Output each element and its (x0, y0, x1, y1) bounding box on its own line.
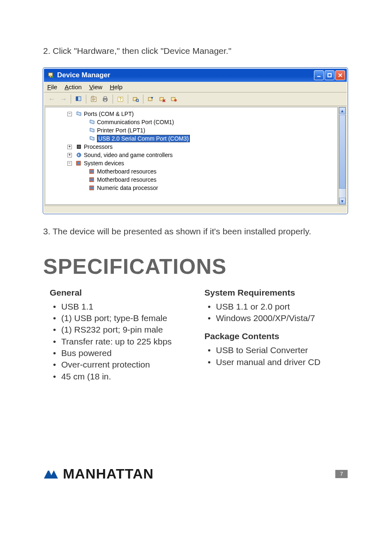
list-item: Windows 2000/XP/Vista/7 (216, 312, 348, 324)
tree-label: Motherboard resources (97, 168, 157, 175)
minimize-button[interactable] (314, 70, 324, 80)
properties-icon[interactable] (88, 94, 99, 104)
tree-node-mb1[interactable]: Motherboard resources (47, 167, 336, 176)
toolbar-separator (143, 95, 143, 104)
list-item: Over-current protection (61, 359, 193, 370)
maximize-button[interactable] (325, 70, 334, 80)
scroll-track[interactable] (339, 114, 346, 198)
list-item: User manual and driver CD (216, 356, 348, 368)
system-device-icon (76, 160, 82, 166)
heading-specifications: specifications (43, 254, 348, 279)
tree-node-com1[interactable]: Communications Port (COM1) (47, 118, 336, 126)
tree-node-sound[interactable]: + Sound, video and game controllers (47, 151, 336, 159)
svg-rect-29 (90, 178, 93, 181)
instruction-step-3: 3. The device will be presented as shown… (43, 225, 348, 237)
svg-rect-6 (76, 97, 78, 101)
scan-hardware-icon[interactable] (130, 94, 141, 104)
titlebar[interactable]: Device Manager (44, 69, 347, 82)
svg-rect-0 (48, 73, 53, 76)
port-icon (89, 135, 95, 142)
list-item: (1) USB port; type-B female (61, 312, 193, 324)
tree-label: Communications Port (COM1) (97, 119, 174, 125)
toolbar-separator (113, 95, 113, 104)
instruction-step-2: 2. Click "Hardware," then click "Device … (43, 45, 348, 56)
expand-icon[interactable]: + (67, 145, 72, 149)
forward-button[interactable]: → (58, 94, 69, 104)
svg-rect-3 (317, 76, 321, 77)
brand-mark-icon (43, 468, 61, 480)
svg-text:?: ? (119, 97, 122, 102)
page-number: 7 (335, 470, 348, 478)
toolbar-separator (128, 95, 128, 104)
close-button[interactable] (335, 70, 345, 80)
port-icon (89, 119, 95, 125)
tree-node-ports[interactable]: − Ports (COM & LPT) (47, 110, 336, 118)
tree-node-ndp[interactable]: Numeric data processor (47, 184, 336, 192)
brand-name: MANHATTAN (63, 466, 154, 482)
print-icon[interactable] (100, 94, 111, 104)
collapse-icon[interactable]: − (67, 161, 72, 166)
brand-logo: MANHATTAN (43, 466, 154, 482)
vertical-scrollbar[interactable]: ▲ ▼ (339, 107, 346, 205)
svg-rect-27 (90, 170, 93, 173)
collapse-icon[interactable]: − (67, 112, 72, 116)
list-item: USB 1.1 (61, 301, 193, 312)
svg-rect-8 (92, 96, 94, 97)
processor-icon (76, 143, 82, 150)
sound-icon (76, 152, 82, 158)
list-item: Bus powered (61, 347, 193, 359)
update-driver-icon[interactable] (168, 94, 179, 104)
tree-node-lpt1[interactable]: Printer Port (LPT1) (47, 126, 336, 134)
list-item: (1) RS232 port; 9-pin male (61, 324, 193, 335)
device-tree[interactable]: − Ports (COM & LPT) Communications Port … (45, 107, 338, 205)
tree-label: Processors (84, 143, 113, 150)
help-icon[interactable]: ? (115, 94, 126, 104)
scroll-down-icon[interactable]: ▼ (339, 198, 346, 204)
general-list: USB 1.1 (1) USB port; type-B female (1) … (50, 301, 193, 382)
list-item: USB to Serial Converter (216, 345, 348, 356)
toolbar: ← → ? (44, 92, 347, 106)
svg-rect-10 (104, 97, 106, 98)
heading-package-contents: Package Contents (205, 331, 348, 341)
uninstall-icon[interactable] (145, 94, 156, 104)
svg-point-20 (174, 99, 177, 102)
disable-icon[interactable] (157, 94, 168, 104)
menubar: File Action View Help (44, 82, 347, 92)
list-item: Transfer rate: up to 225 kbps (61, 336, 193, 347)
tree-label: Sound, video and game controllers (84, 152, 173, 158)
back-button[interactable]: ← (46, 94, 57, 104)
device-manager-window: Device Manager File Action View Help ← →… (43, 68, 348, 214)
pkg-list: USB to Serial Converter User manual and … (205, 345, 348, 368)
menu-action[interactable]: Action (65, 83, 82, 90)
toolbar-separator (71, 95, 71, 104)
tree-label: Motherboard resources (97, 176, 157, 183)
svg-point-2 (52, 76, 53, 78)
system-device-icon (89, 185, 95, 191)
svg-rect-11 (104, 100, 106, 102)
show-hide-console-icon[interactable] (73, 94, 84, 104)
tree-label: Numeric data processor (97, 185, 158, 191)
tree-node-mb2[interactable]: Motherboard resources (47, 176, 336, 184)
menu-view[interactable]: View (89, 83, 102, 90)
svg-rect-25 (77, 162, 80, 164)
list-item: USB 1.1 or 2.0 port (216, 301, 348, 312)
port-icon (76, 111, 82, 117)
tree-node-usb-serial[interactable]: USB 2.0 Serial Comm Port (COM3) (47, 134, 336, 143)
scroll-up-icon[interactable]: ▲ (339, 107, 346, 114)
menu-help[interactable]: Help (110, 83, 122, 90)
svg-rect-31 (90, 187, 93, 189)
toolbar-separator (86, 95, 86, 104)
device-manager-icon (47, 72, 55, 79)
tree-node-system-devices[interactable]: − System devices (47, 159, 336, 167)
statusbar (44, 206, 347, 213)
scroll-thumb[interactable] (339, 115, 346, 189)
system-device-icon (89, 168, 95, 175)
tree-label-selected: USB 2.0 Serial Comm Port (COM3) (97, 135, 190, 142)
tree-label: Ports (COM & LPT) (84, 111, 134, 117)
expand-icon[interactable]: + (67, 153, 72, 157)
tree-node-processors[interactable]: + Processors (47, 143, 336, 151)
heading-general: General (50, 288, 193, 298)
tree-label: System devices (84, 160, 124, 166)
menu-file[interactable]: File (47, 83, 57, 90)
heading-system-requirements: System Requirements (205, 288, 348, 298)
